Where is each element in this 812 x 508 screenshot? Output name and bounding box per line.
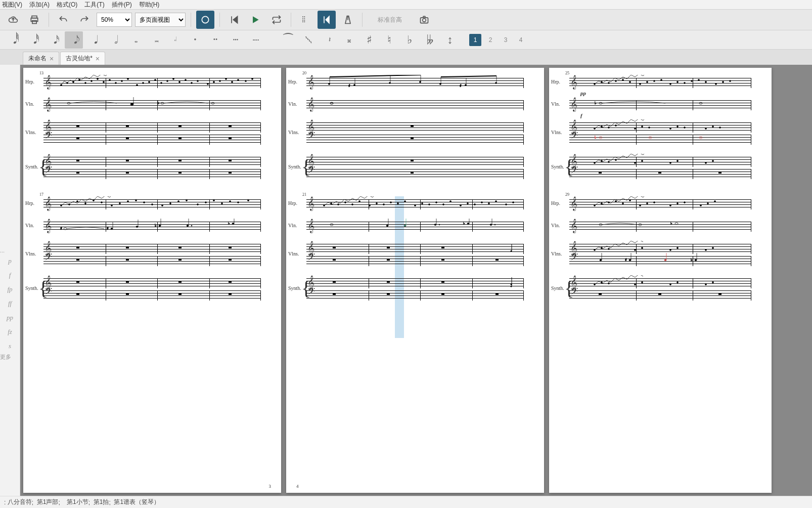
undo-button[interactable] (54, 11, 72, 29)
close-icon[interactable]: × (96, 55, 100, 63)
svg-line-91 (330, 75, 421, 77)
rewind-button[interactable] (225, 11, 243, 29)
rest-button[interactable]: 𝄽 (320, 31, 338, 49)
double-dot-button[interactable]: •• (206, 31, 224, 49)
menu-tools[interactable]: 工具(T) (84, 1, 104, 9)
flat-button[interactable]: ♭ (400, 31, 419, 49)
voice-1-button[interactable]: 1 (469, 34, 481, 46)
voice-3-button[interactable]: 3 (500, 34, 512, 46)
voice-4-button[interactable]: 4 (515, 34, 527, 46)
instrument-label-vln: Vln. (25, 223, 34, 228)
metronome-button[interactable] (339, 11, 357, 29)
dynamic-fz[interactable]: fz (0, 325, 20, 339)
loop-button[interactable] (267, 11, 286, 29)
quarter-note-button[interactable]: 𝅘𝅥 (85, 31, 103, 49)
natural-button[interactable]: ♮ (380, 31, 398, 49)
voice-2-button[interactable]: 2 (484, 34, 497, 46)
close-icon[interactable]: × (50, 55, 54, 63)
menu-add[interactable]: 添加(A) (29, 1, 50, 9)
menu-plugins[interactable]: 插件(P) (112, 1, 132, 9)
instrument-label-vln: Vln. (551, 101, 560, 107)
dynamic-f[interactable]: f (0, 268, 20, 282)
tie-button[interactable]: ⁀ (279, 31, 297, 49)
statusbar: : 八分音符; 第1声部; 第1小节; 第1拍; 第1谱表 （竖琴） (0, 496, 812, 508)
print-button[interactable] (25, 11, 43, 29)
breve-note-button[interactable]: 𝅜 (146, 31, 164, 49)
whole-note-button[interactable]: 𝅝 (125, 31, 144, 49)
camera-button[interactable] (415, 11, 433, 29)
half-note-button[interactable]: 𝅗𝅥 (105, 31, 123, 49)
instrument-label-hrp: Hrp. (288, 200, 297, 206)
instrument-label-vln: Vln. (25, 101, 34, 107)
measure-number: 20 (302, 71, 306, 75)
tab-untitled[interactable]: 未命名 × (23, 52, 59, 65)
32nd-note-button[interactable]: 𝅘𝅥𝅰 (24, 31, 42, 49)
longa-note-button[interactable]: 𝆹𝅥 (166, 31, 184, 49)
score-page-3: 13 Hrp. 𝄞 Vln. 𝄞 ♭ (23, 68, 281, 493)
menubar: 视图(V) 添加(A) 格式(O) 工具(T) 插件(P) 帮助(H) (0, 0, 812, 9)
menu-view[interactable]: 视图(V) (2, 1, 22, 9)
instrument-label-vlns: Vlns. (288, 251, 299, 257)
dynamic-mark-pp: pp (580, 90, 586, 96)
instrument-label-hrp: Hrp. (25, 200, 34, 206)
dot-button[interactable]: • (186, 31, 204, 49)
dynamic-fp[interactable]: fp (0, 282, 20, 297)
instrument-label-synth: Synth. (288, 285, 301, 291)
instrument-label-synth: Synth. (288, 164, 301, 170)
8th-note-button[interactable]: 𝅘𝅥𝅮 (65, 31, 83, 49)
pitch-label: 标准音高 (378, 16, 402, 24)
status-beat: 第1拍 (94, 498, 109, 506)
palette-panel: ... p f fp ff pp fz s 更多 (0, 65, 20, 496)
sharp-button[interactable]: ♯ (360, 31, 378, 49)
measure-number: 25 (565, 71, 569, 75)
instrument-label-hrp: Hrp. (551, 200, 560, 206)
status-measure: 第1小节 (67, 498, 88, 506)
score-page-5: 25 Hrp. 𝄞 pp Vln. 𝄞 ♭ f Vlns. 𝄞 (549, 68, 772, 493)
redo-button[interactable] (75, 11, 94, 29)
menu-format[interactable]: 格式(O) (57, 1, 77, 9)
status-instrument: （竖琴） (136, 498, 160, 506)
16th-note-button[interactable]: 𝅘𝅥𝅯 (44, 31, 63, 49)
menu-help[interactable]: 帮助(H) (139, 1, 160, 9)
play-button[interactable] (246, 11, 264, 29)
dynamic-pp[interactable]: pp (0, 311, 20, 325)
instrument-label-vlns: Vlns. (551, 130, 562, 135)
instrument-label-vln: Vln. (551, 223, 560, 228)
status-note-value: 八分音符 (8, 498, 32, 506)
svg-point-5 (423, 19, 426, 22)
svg-line-99 (441, 76, 497, 77)
triple-dot-button[interactable]: ••• (227, 31, 245, 49)
tab-title: 未命名 (28, 54, 47, 63)
tab-title: 古灵仙地* (66, 54, 93, 63)
64th-note-button[interactable]: 𝅘𝅥𝅱 (4, 31, 22, 49)
score-page-4: 20 Hrp. 𝄞 ♯♯ Vln. 𝄞 Vlns. 𝄞 𝄢 (286, 68, 544, 493)
note-toolbar: 𝅘𝅥𝅱 𝅘𝅥𝅰 𝅘𝅥𝅯 𝅘𝅥𝅮 𝅘𝅥 𝅗𝅥 𝅝 𝅜 𝆹𝅥 • •• ••• ••… (0, 30, 812, 50)
measure-number: 21 (302, 192, 306, 197)
view-mode-select[interactable]: 多页面视图 (135, 13, 186, 27)
instrument-label-vlns: Vlns. (288, 130, 299, 135)
score-viewport[interactable]: 13 Hrp. 𝄞 Vln. 𝄞 ♭ (20, 65, 812, 496)
palette-more[interactable]: 更多 (0, 351, 11, 363)
instrument-label-vln: Vln. (288, 101, 297, 107)
main-toolbar: 50% 多页面视图 标准音高 (0, 9, 812, 30)
cloud-upload-button[interactable] (4, 11, 22, 29)
note-input-mode-button[interactable] (196, 11, 214, 29)
page-number: 3 (269, 484, 272, 489)
flip-button[interactable]: ↕ (441, 31, 459, 49)
slur-button[interactable]: 𝆲 (299, 31, 318, 49)
double-sharp-button[interactable]: 𝄪 (340, 31, 358, 49)
quad-dot-button[interactable]: •••• (247, 31, 265, 49)
instrument-label-synth: Synth. (551, 285, 564, 291)
pan-button[interactable] (318, 11, 336, 29)
dynamic-ff[interactable]: ff (0, 297, 20, 311)
repeat-toggle-button[interactable] (296, 11, 314, 29)
zoom-select[interactable]: 50% (97, 13, 132, 27)
status-voice: 第1声部 (37, 498, 59, 506)
svg-point-3 (202, 16, 208, 23)
tab-gulingxiandi[interactable]: 古灵仙地* × (60, 52, 105, 65)
measure-number: 29 (565, 192, 569, 197)
instrument-label-hrp: Hrp. (25, 79, 34, 84)
instrument-label-vlns: Vlns. (25, 130, 36, 135)
instrument-label-vln: Vln. (288, 223, 297, 228)
double-flat-button[interactable]: 𝄫 (421, 31, 439, 49)
